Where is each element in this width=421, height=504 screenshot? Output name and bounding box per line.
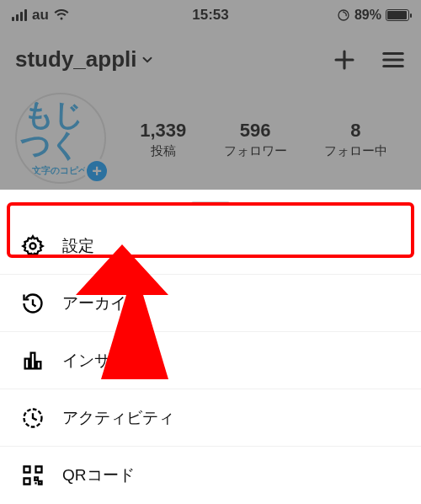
- menu-item-settings[interactable]: 設定: [0, 217, 421, 275]
- signal-icon: [12, 9, 27, 21]
- chart-icon: [20, 348, 45, 373]
- stat-value: 8: [324, 120, 387, 142]
- avatar-text-2: つく: [20, 130, 79, 160]
- svg-point-1: [30, 243, 36, 249]
- avatar-wrap[interactable]: もじ つく 文字のコピペ +: [15, 93, 108, 185]
- profile-header: study_appli: [0, 38, 421, 81]
- menu-label: アクティビティ: [62, 407, 174, 429]
- wifi-icon: [54, 9, 69, 21]
- username: study_appli: [15, 46, 136, 72]
- menu-item-activity[interactable]: アクティビティ: [0, 389, 421, 447]
- add-story-icon[interactable]: +: [84, 158, 109, 184]
- status-bar: au 15:53 89%: [0, 0, 421, 30]
- menu-item-insights[interactable]: インサイト: [0, 332, 421, 389]
- battery-pct: 89%: [354, 8, 381, 23]
- menu-label: インサイト: [62, 350, 142, 372]
- menu-item-archive[interactable]: アーカイブ: [0, 275, 421, 332]
- menu-label: アーカイブ: [62, 292, 142, 314]
- bottom-sheet: 設定 アーカイブ インサイト アクティビティ QRコード: [0, 190, 421, 504]
- stat-followers[interactable]: 596 フォロワー: [224, 120, 287, 159]
- carrier-label: au: [32, 7, 49, 24]
- stat-value: 1,339: [140, 120, 186, 142]
- stat-following[interactable]: 8 フォロー中: [324, 120, 387, 159]
- account-switcher[interactable]: study_appli: [15, 46, 155, 72]
- qr-icon: [20, 463, 45, 488]
- menu-item-qr[interactable]: QRコード: [0, 447, 421, 504]
- menu-label: QRコード: [62, 464, 135, 486]
- profile-stats: もじ つく 文字のコピペ + 1,339 投稿 596 フォロワー 8 フォロー…: [0, 93, 421, 185]
- stat-label: フォロワー: [224, 143, 287, 159]
- activity-icon: [20, 405, 45, 431]
- menu-label: 設定: [62, 235, 94, 257]
- stat-label: 投稿: [140, 143, 186, 159]
- avatar-subtext: 文字のコピペ: [32, 164, 88, 177]
- create-icon[interactable]: [332, 47, 357, 72]
- gear-icon: [20, 233, 45, 259]
- battery-icon: [386, 9, 409, 21]
- chevron-down-icon: [140, 52, 155, 67]
- stat-posts[interactable]: 1,339 投稿: [140, 120, 186, 159]
- stat-value: 596: [224, 120, 287, 142]
- clock: 15:53: [192, 7, 228, 24]
- sheet-handle[interactable]: [191, 201, 230, 206]
- stat-label: フォロー中: [324, 143, 387, 159]
- history-icon: [20, 291, 45, 316]
- avatar-text-1: もじ: [24, 99, 83, 130]
- orientation-lock-icon: [337, 8, 350, 22]
- menu-icon[interactable]: [381, 47, 406, 72]
